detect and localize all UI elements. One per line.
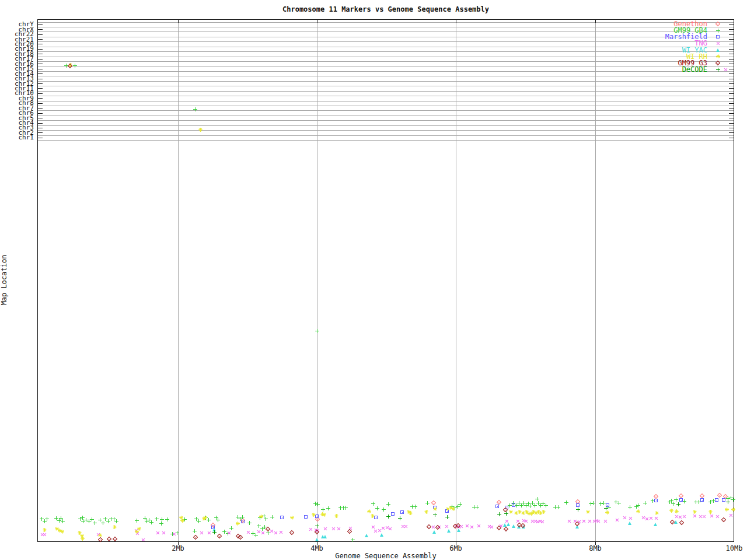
chart-canvas: Chromosome 11 Markers vs Genome Sequence…	[0, 0, 747, 560]
legend-marker-open-diamond-dot-icon	[715, 22, 720, 26]
legend-marker-open-square-dot-icon	[716, 35, 720, 38]
legend-marker-triangle-icon	[716, 48, 720, 52]
legend: GenethonGM99 GB4MarshfieldTNGWI YACWI RH…	[0, 0, 747, 560]
legend-marker-plus-icon	[716, 29, 720, 33]
legend-label: DeCODE	[591, 66, 707, 73]
legend-marker-x-icon	[715, 40, 721, 46]
y-axis-label: Map Location	[1, 251, 8, 309]
legend-marker-open-diamond-dot-icon	[715, 61, 720, 65]
x-axis-label: Genome Sequence Assembly	[335, 552, 436, 559]
legend-marker-plus-icon	[716, 68, 720, 72]
legend-marker-asterisk-icon	[716, 54, 720, 58]
